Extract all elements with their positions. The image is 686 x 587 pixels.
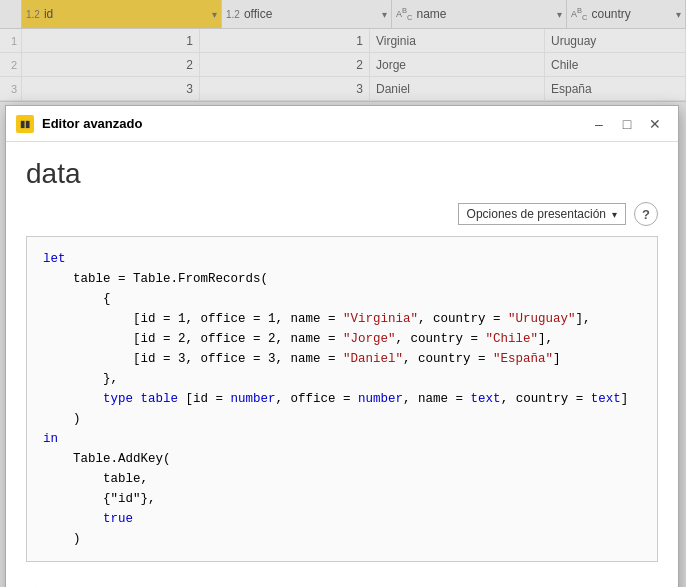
code-line-10: in: [43, 429, 641, 449]
code-line-3: {: [43, 289, 641, 309]
modal-heading: data: [26, 158, 658, 190]
modal-toolbar: Opciones de presentación ▾ ?: [26, 202, 658, 226]
code-line-5: [id = 2, office = 2, name = "Jorge", cou…: [43, 329, 641, 349]
options-arrow-icon: ▾: [612, 209, 617, 220]
code-line-12: table,: [43, 469, 641, 489]
modal-app-icon: ▮▮: [16, 115, 34, 133]
code-editor[interactable]: let table = Table.FromRecords( { [id = 1…: [26, 236, 658, 562]
modal-overlay: ▮▮ Editor avanzado – □ ✕ data Opciones d…: [0, 0, 686, 587]
code-line-14: true: [43, 509, 641, 529]
close-button[interactable]: ✕: [642, 111, 668, 137]
minimize-button[interactable]: –: [586, 111, 612, 137]
code-line-6: [id = 3, office = 3, name = "Daniel", co…: [43, 349, 641, 369]
modal-body: data Opciones de presentación ▾ ? let ta…: [6, 142, 678, 574]
status-bar: ✔ No se han detectado errores de sintaxi…: [6, 574, 678, 587]
code-line-4: [id = 1, office = 1, name = "Virginia", …: [43, 309, 641, 329]
modal-title: Editor avanzado: [42, 116, 584, 131]
code-line-2: table = Table.FromRecords(: [43, 269, 641, 289]
options-button[interactable]: Opciones de presentación ▾: [458, 203, 626, 225]
maximize-button[interactable]: □: [614, 111, 640, 137]
code-line-8: type table [id = number, office = number…: [43, 389, 641, 409]
advanced-editor-modal: ▮▮ Editor avanzado – □ ✕ data Opciones d…: [5, 105, 679, 587]
code-line-15: ): [43, 529, 641, 549]
code-line-1: let: [43, 249, 641, 269]
status-check-icon: ✔: [26, 582, 39, 587]
code-line-13: {"id"},: [43, 489, 641, 509]
code-line-11: Table.AddKey(: [43, 449, 641, 469]
help-button[interactable]: ?: [634, 202, 658, 226]
modal-titlebar: ▮▮ Editor avanzado – □ ✕: [6, 106, 678, 142]
code-line-9: ): [43, 409, 641, 429]
code-line-7: },: [43, 369, 641, 389]
